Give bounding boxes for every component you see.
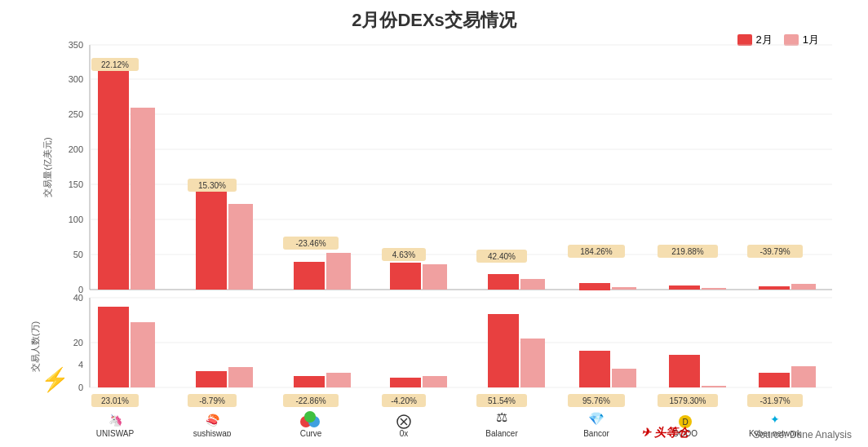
zrx-users-jan-bar [423,376,447,387]
sushi-vol-feb-bar [196,192,227,290]
uniswap-icon: 🦄 [108,414,123,427]
uniswap-pct-users-label: 23.01% [101,396,129,405]
logo-text: ✈ 头等仓 [641,426,689,440]
svg-text:20: 20 [73,338,83,347]
balancer-users-feb-bar [488,314,519,387]
kyber-pct-vol-label: -39.79% [760,247,790,256]
dodo-pct-users-label: 1579.30% [669,396,706,405]
svg-text:250: 250 [69,109,83,119]
lightning-icon: ⚡ [41,366,69,393]
sushi-name: sushiswap [193,429,232,436]
uniswap-vol-feb-bar [98,69,129,290]
bancor-vol-feb-bar [579,283,610,290]
svg-text:150: 150 [69,179,83,189]
zrx-name: 0x [400,429,409,436]
svg-text:350: 350 [69,40,83,50]
balancer-name: Balancer [485,429,518,436]
sushi-vol-jan-bar [228,204,253,290]
bancor-pct-users-label: 95.76% [582,396,610,405]
balancer-vol-feb-bar [488,274,519,290]
balancer-pct-vol-label: 42.40% [488,252,516,261]
sushi-pct-vol-label: 15.30% [198,181,226,190]
balancer-icon: ⚖ [496,410,507,424]
svg-text:100: 100 [69,215,83,224]
bancor-users-feb-bar [579,351,610,387]
curve-pct-vol-label: -23.46% [295,239,326,248]
chart-title: 2月份DEXs交易情况 [16,8,852,33]
svg-text:40: 40 [73,293,83,303]
dodo-pct-vol-label: 219.88% [671,247,704,256]
bancor-name: Bancor [583,429,609,436]
uniswap-users-jan-bar [131,322,155,387]
kyber-vol-feb-bar [759,286,790,290]
curve-icon-green [304,411,316,423]
dodo-vol-jan-bar [702,288,726,290]
dodo-vol-feb-bar [669,285,700,290]
kyber-users-feb-bar [759,373,790,387]
curve-users-feb-bar [294,376,325,387]
zrx-vol-feb-bar [390,263,421,290]
curve-name: Curve [300,429,322,436]
balancer-users-jan-bar [520,339,545,387]
svg-text:300: 300 [69,74,83,84]
uniswap-users-feb-bar [98,307,129,387]
sushi-users-jan-bar [228,367,253,387]
dodo-users-jan-bar [702,386,726,387]
uniswap-name: UNISWAP [96,429,135,436]
curve-users-jan-bar [326,373,351,387]
sushi-icon: 🍣 [206,414,220,427]
svg-text:4: 4 [78,360,83,370]
balancer-vol-jan-bar [520,279,545,290]
bancor-users-jan-bar [612,369,636,387]
bancor-pct-vol-label: 184.26% [580,247,613,256]
kyber-pct-users-label: -31.97% [760,396,790,405]
zrx-pct-vol-label: 4.63% [392,250,415,259]
uniswap-pct-vol-label: 22.12% [101,60,129,69]
svg-text:0: 0 [78,383,83,392]
kyber-icon: ✦ [770,413,780,426]
curve-vol-feb-bar [294,262,325,290]
curve-pct-users-label: -22.86% [295,396,326,405]
sushi-users-feb-bar [196,371,227,387]
main-chart-svg: 350 300 250 200 150 100 50 0 交易量(亿美元) 40… [24,37,857,436]
bancor-icon: 💎 [588,411,604,427]
kyber-users-jan-bar [791,366,816,387]
svg-text:交易量(亿美元): 交易量(亿美元) [42,137,52,197]
balancer-pct-users-label: 51.54% [488,396,516,405]
svg-text:50: 50 [73,250,83,259]
uniswap-vol-jan-bar [131,108,155,290]
dodo-users-feb-bar [669,355,700,387]
zrx-vol-jan-bar [423,264,447,290]
bancor-vol-jan-bar [612,287,636,290]
chart-container: 2月份DEXs交易情况 2月 1月 350 [0,0,868,447]
curve-vol-jan-bar [326,253,351,290]
kyber-vol-jan-bar [791,284,816,290]
svg-text:交易人数(万): 交易人数(万) [30,321,40,372]
svg-text:200: 200 [69,144,83,154]
zrx-users-feb-bar [390,378,421,387]
zrx-pct-users-label: -4.20% [391,396,417,405]
source-text: Source: Dune Analysis [753,429,852,440]
sushi-pct-users-label: -8.79% [199,396,225,405]
